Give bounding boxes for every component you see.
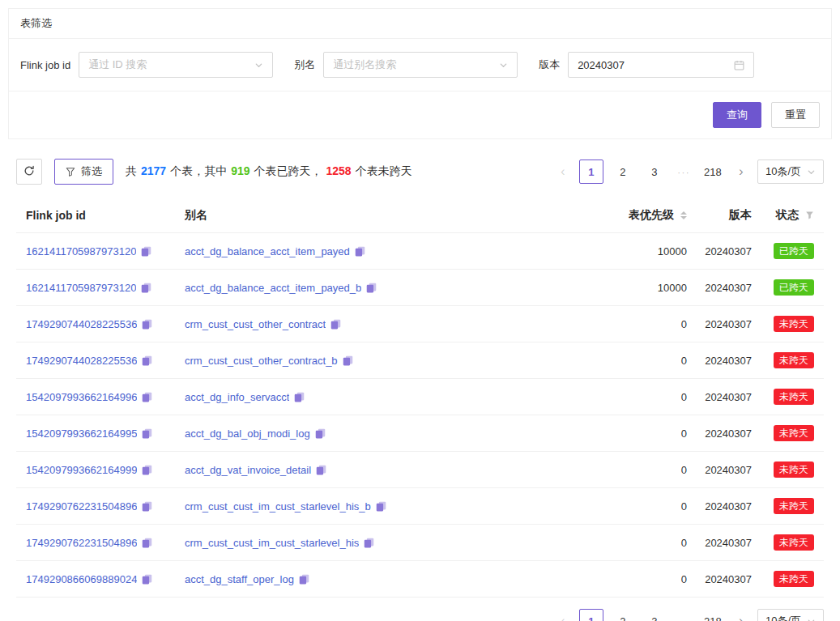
column-header-label: 版本 xyxy=(729,208,752,223)
filter-toggle-button[interactable]: 筛选 xyxy=(54,159,113,185)
priority-cell: 0 xyxy=(606,464,687,476)
copy-icon[interactable] xyxy=(142,574,152,585)
pagination-ellipsis: ··· xyxy=(674,166,693,178)
pagination-page[interactable]: 2 xyxy=(611,160,635,184)
version-label: 版本 xyxy=(539,57,560,72)
alias-link[interactable]: crm_cust_cust_im_cust_starlevel_his_b xyxy=(185,500,371,513)
flink-job-id-cell: 1749290762231504896 xyxy=(26,537,185,549)
alias-link[interactable]: crm_cust_cust_im_cust_starlevel_his xyxy=(185,537,359,549)
query-button[interactable]: 查询 xyxy=(713,102,761,128)
alias-link[interactable]: acct_dg_bal_obj_modi_log xyxy=(185,427,310,440)
status-cell: 已跨天 xyxy=(752,279,814,296)
copy-icon[interactable] xyxy=(142,392,152,402)
table: Flink job id 别名 表优先级 版本 状态 1621411705987… xyxy=(16,198,824,598)
filter-button-label: 筛选 xyxy=(81,164,102,179)
pagination-page[interactable]: 3 xyxy=(642,160,667,184)
alias-link[interactable]: crm_cust_cust_other_contract xyxy=(185,318,326,330)
column-header-label: 状态 xyxy=(776,208,799,223)
copy-icon[interactable] xyxy=(141,283,151,293)
copy-icon[interactable] xyxy=(142,319,152,330)
status-cell: 未跨天 xyxy=(752,389,814,405)
page: 表筛选 Flink job id 通过 ID 搜索 别名 通过别名搜索 版本 xyxy=(0,0,840,621)
version-date-input[interactable]: 20240307 xyxy=(568,52,754,78)
copy-icon[interactable] xyxy=(315,428,326,439)
flink-job-id-link[interactable]: 1621411705987973120 xyxy=(26,245,136,257)
pagination-page[interactable]: 3 xyxy=(642,609,667,621)
copy-icon[interactable] xyxy=(355,246,365,257)
table-row: 1749290762231504896crm_cust_cust_im_cust… xyxy=(16,488,824,525)
pagination-page[interactable]: 218 xyxy=(701,609,725,621)
copy-icon[interactable] xyxy=(142,428,152,439)
flink-job-id-link[interactable]: 1749290762231504896 xyxy=(26,500,137,513)
copy-icon[interactable] xyxy=(142,501,152,512)
page-size-select[interactable]: 10条/页 xyxy=(757,160,824,184)
summary-seg3: 个表已跨天， xyxy=(254,164,322,177)
alias-cell: acct_dg_vat_invoice_detail xyxy=(185,464,606,476)
table-row: 1749290866069889024acct_dg_staff_oper_lo… xyxy=(16,561,824,598)
table-row: 1621411705987973120acct_dg_balance_acct_… xyxy=(16,233,824,270)
table-row: 1621411705987973120acct_dg_balance_acct_… xyxy=(16,270,824,306)
filter-icon[interactable] xyxy=(805,211,814,219)
table-header: Flink job id 别名 表优先级 版本 状态 xyxy=(16,198,824,233)
column-header-label: 表优先级 xyxy=(629,208,674,223)
pagination-page[interactable]: 218 xyxy=(701,160,725,184)
flink-job-id-select[interactable]: 通过 ID 搜索 xyxy=(79,52,273,78)
copy-icon[interactable] xyxy=(343,355,353,366)
copy-icon[interactable] xyxy=(294,392,305,402)
copy-icon[interactable] xyxy=(141,246,151,257)
flink-job-id-link[interactable]: 1749290762231504896 xyxy=(26,537,137,549)
alias-select[interactable]: 通过别名搜索 xyxy=(323,52,518,78)
chevron-down-icon xyxy=(254,61,263,70)
pagination-next-button[interactable]: › xyxy=(732,609,750,621)
pagination-page[interactable]: 1 xyxy=(579,160,603,184)
flink-job-id-link[interactable]: 1749290866069889024 xyxy=(26,573,137,585)
copy-icon[interactable] xyxy=(364,538,374,548)
sort-icon[interactable] xyxy=(680,211,687,219)
status-badge: 未跨天 xyxy=(774,534,814,551)
priority-cell: 0 xyxy=(606,391,687,403)
copy-icon[interactable] xyxy=(142,355,152,366)
select-placeholder: 通过别名搜索 xyxy=(333,57,396,72)
pagination-prev-button[interactable]: ‹ xyxy=(554,160,572,184)
flink-job-id-link[interactable]: 1542097993662164996 xyxy=(26,391,137,403)
alias-link[interactable]: acct_dg_balance_acct_item_payed xyxy=(185,245,350,257)
calendar-icon xyxy=(734,60,744,70)
flink-job-id-link[interactable]: 1542097993662164999 xyxy=(26,464,137,476)
copy-icon[interactable] xyxy=(142,465,152,475)
copy-icon[interactable] xyxy=(366,283,377,293)
alias-link[interactable]: acct_dg_vat_invoice_detail xyxy=(185,464,311,476)
table-row: 1749290744028225536crm_cust_cust_other_c… xyxy=(16,342,824,379)
flink-job-id-link[interactable]: 1542097993662164995 xyxy=(26,427,137,440)
alias-cell: acct_dg_bal_obj_modi_log xyxy=(185,427,606,440)
status-badge: 未跨天 xyxy=(774,461,814,478)
page-size-select[interactable]: 10条/页 xyxy=(757,609,824,621)
table-toolbar: 筛选 共2177个表，其中919个表已跨天，1258个表未跨天 ‹123···2… xyxy=(16,159,824,185)
flink-job-id-link[interactable]: 1749290744028225536 xyxy=(26,318,137,330)
copy-icon[interactable] xyxy=(299,574,309,585)
status-badge: 未跨天 xyxy=(774,498,814,514)
copy-icon[interactable] xyxy=(316,465,326,475)
priority-cell: 0 xyxy=(606,573,687,585)
pagination-page[interactable]: 1 xyxy=(579,609,603,621)
flink-job-id-link[interactable]: 1749290744028225536 xyxy=(26,355,137,367)
flink-job-id-label: Flink job id xyxy=(20,59,70,71)
copy-icon[interactable] xyxy=(330,319,341,330)
flink-job-id-link[interactable]: 1621411705987973120 xyxy=(26,282,136,294)
alias-cell: acct_dg_staff_oper_log xyxy=(185,573,606,585)
pagination-prev-button[interactable]: ‹ xyxy=(554,609,572,621)
column-header-priority: 表优先级 xyxy=(606,208,687,223)
pagination-page[interactable]: 2 xyxy=(611,609,635,621)
pagination-next-button[interactable]: › xyxy=(732,160,750,184)
table-footer: ‹123···218›10条/页 xyxy=(16,598,824,621)
reset-button[interactable]: 重置 xyxy=(771,102,820,128)
alias-link[interactable]: acct_dg_staff_oper_log xyxy=(185,573,294,585)
alias-link[interactable]: acct_dg_balance_acct_item_payed_b xyxy=(185,282,361,294)
copy-icon[interactable] xyxy=(376,501,386,512)
status-cell: 未跨天 xyxy=(752,461,814,478)
column-header-status: 状态 xyxy=(752,208,814,223)
alias-link[interactable]: crm_cust_cust_other_contract_b xyxy=(185,355,338,367)
page-size-label: 10条/页 xyxy=(765,164,801,179)
refresh-button[interactable] xyxy=(16,159,42,185)
alias-link[interactable]: acct_dg_info_servacct xyxy=(185,391,289,403)
copy-icon[interactable] xyxy=(142,538,152,548)
